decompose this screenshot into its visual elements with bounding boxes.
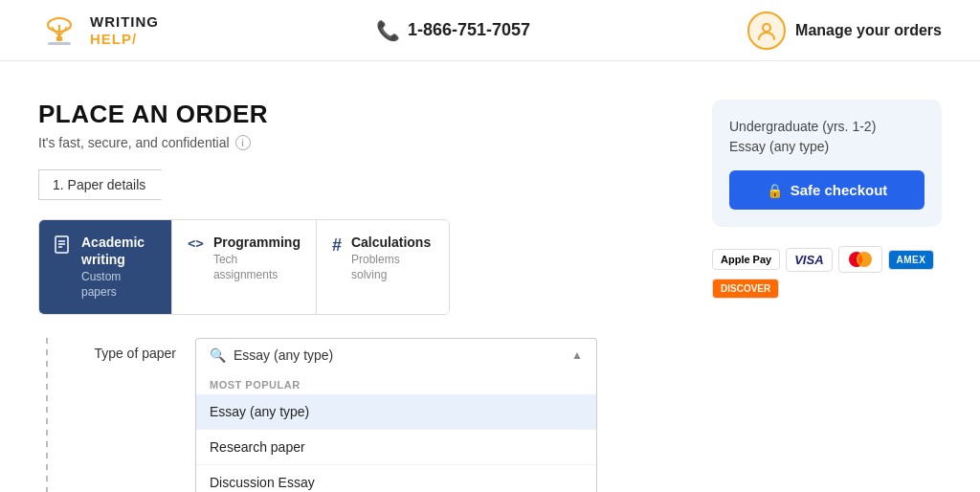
page-subtitle: It's fast, secure, and confidential i — [38, 135, 674, 150]
form-section: PLACE AN ORDER It's fast, secure, and co… — [38, 100, 674, 492]
form-body-wrap: Type of paper 🔍 Essay (any type) ▲ MOST … — [38, 338, 674, 492]
user-avatar-icon — [747, 11, 786, 50]
main-content: PLACE AN ORDER It's fast, secure, and co… — [0, 61, 980, 492]
page-title: PLACE AN ORDER — [38, 100, 674, 129]
type-of-paper-control: 🔍 Essay (any type) ▲ MOST POPULAR Essay … — [195, 338, 597, 492]
dropdown-value: Essay (any type) — [234, 347, 333, 363]
logo[interactable]: WRITING HELP/ — [38, 10, 159, 52]
tab-academic-writing-title: Academicwriting — [81, 234, 145, 268]
mastercard-badge — [838, 246, 882, 273]
info-icon[interactable]: i — [235, 135, 251, 150]
tab-calculations[interactable]: # Calculations Problemssolving — [317, 220, 449, 314]
manage-orders-label: Manage your orders — [795, 22, 942, 39]
form-body: Type of paper 🔍 Essay (any type) ▲ MOST … — [48, 338, 674, 492]
sidebar: Undergraduate (yrs. 1-2) Essay (any type… — [712, 100, 942, 492]
type-of-paper-row: Type of paper 🔍 Essay (any type) ▲ MOST … — [71, 338, 674, 492]
step-indicator: 1. Paper details — [38, 169, 172, 200]
dropdown-item-discussion[interactable]: Discussion Essay — [196, 465, 596, 492]
phone-number: 1-866-751-7057 — [408, 20, 530, 40]
payment-methods: Apple Pay VISA AMEX DISCOVER — [712, 246, 942, 299]
logo-text: WRITING HELP/ — [90, 13, 159, 48]
tab-calculations-sub: Problemssolving — [351, 253, 431, 282]
dropdown-section-most-popular: MOST POPULAR — [196, 371, 596, 394]
logo-icon — [38, 10, 80, 52]
sidebar-order-info: Undergraduate (yrs. 1-2) Essay (any type… — [729, 117, 924, 157]
chevron-up-icon: ▲ — [571, 348, 583, 362]
type-of-paper-dropdown[interactable]: 🔍 Essay (any type) ▲ — [195, 338, 597, 371]
calculations-icon: # — [332, 235, 342, 256]
type-of-paper-label: Type of paper — [71, 338, 195, 361]
discover-badge: DISCOVER — [712, 279, 779, 299]
apple-pay-badge: Apple Pay — [712, 249, 780, 270]
tab-calculations-title: Calculations — [351, 234, 431, 251]
tab-programming[interactable]: <> Programming Techassignments — [172, 220, 317, 314]
academic-writing-icon — [55, 235, 72, 259]
phone-area[interactable]: 📞 1-866-751-7057 — [376, 19, 530, 42]
phone-icon: 📞 — [376, 19, 400, 42]
lock-icon: 🔒 — [767, 183, 783, 198]
tab-programming-title: Programming — [213, 234, 301, 251]
dropdown-item-research[interactable]: Research paper — [196, 430, 596, 465]
header: WRITING HELP/ 📞 1-866-751-7057 Manage yo… — [0, 0, 980, 61]
tab-academic-writing[interactable]: Academicwriting Custompapers — [39, 220, 172, 314]
service-tabs: Academicwriting Custompapers <> Programm… — [38, 219, 450, 315]
dropdown-list: MOST POPULAR Essay (any type) Research p… — [195, 371, 597, 492]
sidebar-card: Undergraduate (yrs. 1-2) Essay (any type… — [712, 100, 942, 227]
safe-checkout-button[interactable]: 🔒 Safe checkout — [729, 170, 924, 210]
svg-rect-5 — [56, 36, 62, 41]
svg-point-7 — [763, 24, 770, 32]
manage-orders-button[interactable]: Manage your orders — [747, 11, 942, 50]
search-icon: 🔍 — [210, 347, 226, 363]
tab-programming-sub: Techassignments — [213, 253, 301, 282]
programming-icon: <> — [188, 235, 204, 251]
amex-badge: AMEX — [888, 250, 935, 270]
dropdown-item-essay[interactable]: Essay (any type) — [196, 394, 596, 430]
visa-badge: VISA — [786, 248, 832, 272]
tab-academic-writing-sub: Custompapers — [81, 270, 145, 300]
svg-rect-6 — [48, 42, 71, 45]
